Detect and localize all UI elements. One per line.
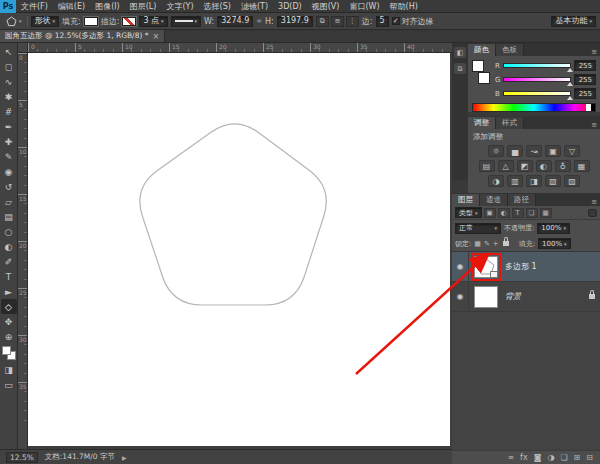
menu-item[interactable]: 选择(S) bbox=[199, 1, 236, 12]
menu-item[interactable]: 视图(V) bbox=[307, 1, 345, 12]
shape-tool[interactable]: ◇ bbox=[1, 299, 17, 314]
link-dimensions-icon[interactable]: ∞ bbox=[256, 17, 262, 25]
spectrum-end-swatches[interactable] bbox=[586, 104, 595, 111]
path-arrangement-icon[interactable]: ⋮ bbox=[346, 16, 359, 27]
canvas[interactable] bbox=[28, 53, 450, 446]
stroke-color-swatch[interactable] bbox=[122, 17, 136, 26]
adjustment-icon[interactable]: ☼ bbox=[488, 145, 504, 157]
adjustment-icon[interactable]: ▅ bbox=[507, 145, 523, 157]
zoom-level-input[interactable]: 12.5% bbox=[6, 452, 38, 463]
visibility-cell[interactable]: ◉ bbox=[452, 282, 469, 311]
foreground-color-swatch[interactable] bbox=[2, 346, 11, 355]
adjustment-icon[interactable]: ♁ bbox=[555, 160, 571, 172]
adjustment-icon[interactable]: ▥ bbox=[507, 175, 523, 187]
tab-adjustments[interactable]: 调整 bbox=[468, 117, 496, 129]
align-edges-checkbox[interactable]: 对齐边缘 bbox=[392, 16, 434, 27]
type-tool[interactable]: T bbox=[1, 269, 17, 284]
foreground-background-swatches[interactable] bbox=[2, 346, 16, 360]
close-icon[interactable]: × bbox=[152, 32, 159, 41]
height-input[interactable]: 3197.9 bbox=[277, 16, 313, 27]
collapsed-panel-icon[interactable]: ⧉ bbox=[454, 63, 466, 74]
panel-menu-icon[interactable]: ≡ bbox=[591, 48, 600, 56]
color-spectrum-bar[interactable] bbox=[472, 103, 596, 112]
green-slider[interactable] bbox=[503, 77, 571, 82]
blue-slider[interactable] bbox=[503, 91, 571, 96]
ruler-corner[interactable] bbox=[18, 43, 28, 53]
layer-filter-select[interactable]: 类型▾ bbox=[455, 207, 482, 218]
menu-item[interactable]: 窗口(W) bbox=[344, 1, 384, 12]
layer-name[interactable]: 多边形 1 bbox=[505, 261, 595, 272]
status-expand-icon[interactable]: ▶ bbox=[122, 454, 127, 461]
layer-filter-icon[interactable]: T bbox=[512, 208, 524, 218]
adjustment-icon[interactable]: ▧ bbox=[545, 175, 561, 187]
quick-selection-tool[interactable]: ✱ bbox=[1, 89, 17, 104]
color-fg-bg-swatches[interactable] bbox=[472, 60, 490, 84]
menu-item[interactable]: 文字(Y) bbox=[161, 1, 198, 12]
brush-tool[interactable]: ✎ bbox=[1, 149, 17, 164]
layer-filter-icon[interactable]: ▣ bbox=[484, 208, 496, 218]
layer-style-icon[interactable]: fx bbox=[520, 453, 528, 463]
layer-mask-icon[interactable]: ◙ bbox=[534, 453, 542, 463]
pen-tool[interactable]: ✐ bbox=[1, 254, 17, 269]
menu-item[interactable]: 编辑(E) bbox=[53, 1, 90, 12]
layer-fill-input[interactable]: 100%▾ bbox=[538, 238, 571, 249]
menu-item[interactable]: 帮助(H) bbox=[385, 1, 423, 12]
document-tab[interactable]: 圆角五边形 @ 12.5%(多边形 1, RGB/8) * × bbox=[0, 30, 165, 42]
lock-all-icon[interactable] bbox=[503, 241, 509, 246]
slider-thumb[interactable] bbox=[567, 96, 573, 100]
crop-tool[interactable]: # bbox=[1, 104, 17, 119]
lock-position-icon[interactable]: + bbox=[493, 240, 499, 248]
layer-row-background[interactable]: ◉ 背景 bbox=[452, 282, 600, 312]
adjustment-icon[interactable]: ▣ bbox=[545, 145, 561, 157]
red-value-input[interactable]: 255 bbox=[574, 60, 596, 71]
screen-mode-button[interactable]: ▭ bbox=[1, 377, 17, 392]
menu-item[interactable]: 文件(F) bbox=[16, 1, 53, 12]
lock-pixels-icon[interactable]: ✎ bbox=[484, 240, 490, 248]
red-slider[interactable] bbox=[503, 63, 571, 68]
adjustment-icon[interactable]: ▨ bbox=[564, 175, 580, 187]
path-operations-icon[interactable]: ⧉ bbox=[316, 16, 329, 27]
adjustment-icon[interactable]: ◐ bbox=[536, 160, 552, 172]
width-input[interactable]: 3274.9 bbox=[217, 16, 253, 27]
adjustment-icon[interactable]: ▦ bbox=[574, 160, 590, 172]
expand-panels-icon[interactable]: ◧ bbox=[454, 47, 466, 58]
opacity-input[interactable]: 100%▾ bbox=[537, 223, 570, 234]
delete-layer-icon[interactable]: ⊟ bbox=[586, 453, 593, 463]
quick-mask-button[interactable]: ◨ bbox=[1, 362, 17, 377]
adjustment-icon[interactable]: ▽ bbox=[564, 145, 580, 157]
healing-brush-tool[interactable]: ✚ bbox=[1, 134, 17, 149]
sides-input[interactable]: 5 bbox=[376, 16, 389, 27]
dodge-tool[interactable]: ◐ bbox=[1, 239, 17, 254]
link-layers-icon[interactable]: ∞ bbox=[507, 453, 514, 463]
adjustment-icon[interactable]: △ bbox=[498, 160, 514, 172]
green-value-input[interactable]: 255 bbox=[574, 74, 596, 85]
move-tool[interactable]: ↖ bbox=[1, 44, 17, 59]
menu-item[interactable]: 图像(I) bbox=[90, 1, 125, 12]
blue-value-input[interactable]: 255 bbox=[574, 88, 596, 99]
tab-layers[interactable]: 图层 bbox=[452, 194, 480, 206]
eye-icon[interactable]: ◉ bbox=[457, 292, 464, 301]
eraser-tool[interactable]: ▱ bbox=[1, 194, 17, 209]
layer-thumbnail-polygon[interactable] bbox=[474, 256, 498, 278]
adjustment-icon[interactable]: ◩ bbox=[517, 160, 533, 172]
marquee-tool[interactable]: ◻ bbox=[1, 59, 17, 74]
zoom-tool[interactable]: ⊕ bbox=[1, 329, 17, 344]
tool-mode-select[interactable]: 形状▾ bbox=[31, 16, 60, 27]
menu-item[interactable]: 3D(D) bbox=[273, 2, 307, 11]
new-layer-icon[interactable]: ⊞ bbox=[574, 453, 581, 463]
adjustment-icon[interactable]: ◨ bbox=[526, 175, 542, 187]
adjustment-icon[interactable]: ◑ bbox=[488, 175, 504, 187]
hand-tool[interactable]: ✥ bbox=[1, 314, 17, 329]
new-adjustment-layer-icon[interactable]: ◑ bbox=[547, 453, 554, 463]
foreground-color-swatch[interactable] bbox=[472, 60, 484, 72]
filter-toggle[interactable] bbox=[588, 209, 597, 217]
layer-name[interactable]: 背景 bbox=[505, 291, 589, 302]
tab-color[interactable]: 颜色 bbox=[468, 44, 496, 56]
slider-thumb[interactable] bbox=[567, 68, 573, 72]
blur-tool[interactable]: ○ bbox=[1, 224, 17, 239]
panel-menu-icon[interactable]: ≡ bbox=[591, 198, 600, 206]
workspace-switcher[interactable]: 基本功能▾ bbox=[551, 16, 596, 27]
adjustment-icon[interactable]: ↝ bbox=[526, 145, 542, 157]
clone-stamp-tool[interactable]: ◉ bbox=[1, 164, 17, 179]
lasso-tool[interactable]: ∿ bbox=[1, 74, 17, 89]
